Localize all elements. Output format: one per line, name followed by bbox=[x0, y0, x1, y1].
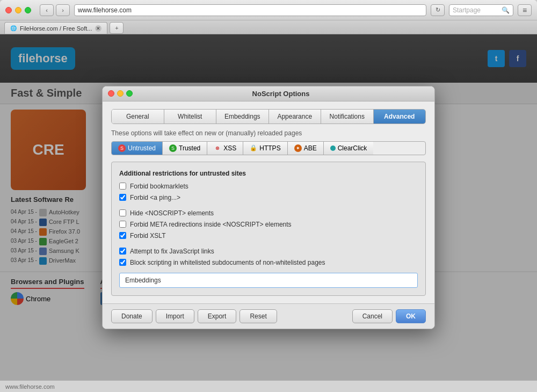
maximize-button[interactable] bbox=[25, 7, 31, 13]
tab-general[interactable]: General bbox=[112, 110, 164, 124]
footer-left-buttons: Donate Import Export Reset bbox=[111, 309, 277, 323]
address-bar[interactable]: www.filehorse.com bbox=[74, 4, 426, 16]
browser-titlebar: ‹ › www.filehorse.com ↻ Startpage 🔍 ≡ bbox=[0, 0, 537, 20]
checkbox-noscript-input[interactable] bbox=[119, 209, 126, 216]
inner-tab-untrusted[interactable]: S Untrusted bbox=[112, 142, 163, 155]
checkbox-meta-input[interactable] bbox=[119, 221, 126, 228]
untrusted-icon: S bbox=[118, 144, 126, 152]
browser-content: filehorse t f Fast & Simple CRE Latest bbox=[0, 34, 537, 380]
dialog-body: General Whitelist Embeddings Appearance … bbox=[103, 101, 434, 303]
search-icon: 🔍 bbox=[502, 6, 510, 14]
embeddings-bar[interactable]: Embeddings bbox=[119, 273, 418, 288]
inner-tab-trusted[interactable]: S Trusted bbox=[163, 142, 207, 155]
inner-tab-abe[interactable]: ✦ ABE bbox=[288, 142, 324, 155]
checkbox-noscript: Hide <NOSCRIPT> elements bbox=[119, 209, 418, 217]
new-tab-button[interactable]: + bbox=[110, 22, 124, 34]
checkbox-javascript-input[interactable] bbox=[119, 248, 126, 255]
menu-button[interactable]: ≡ bbox=[518, 4, 532, 16]
traffic-lights bbox=[5, 7, 31, 13]
donate-dialog-button[interactable]: Donate bbox=[111, 309, 153, 323]
checkbox-block-scripting-input[interactable] bbox=[119, 259, 126, 266]
import-button[interactable]: Import bbox=[156, 309, 194, 323]
noscript-dialog: NoScript Options General Whitelist Embed… bbox=[102, 86, 435, 329]
dialog-title: NoScript Options bbox=[133, 90, 429, 98]
dialog-titlebar: NoScript Options bbox=[103, 86, 434, 101]
options-tab-row: General Whitelist Embeddings Appearance … bbox=[111, 109, 426, 124]
tab-label: FileHorse.com / Free Soft... bbox=[20, 25, 92, 32]
refresh-button[interactable]: ↻ bbox=[431, 4, 445, 16]
reset-button[interactable]: Reset bbox=[240, 309, 277, 323]
ok-button[interactable]: OK bbox=[396, 309, 426, 323]
inner-tab-clearclick[interactable]: ClearClick bbox=[324, 142, 374, 155]
dialog-maximize-button[interactable] bbox=[126, 90, 133, 97]
info-text: These options will take effect on new or… bbox=[111, 129, 426, 137]
checkbox-ping: Forbid <a ping...> bbox=[119, 194, 418, 201]
checkbox-block-scripting: Block scripting in whitelisted subdocume… bbox=[119, 259, 418, 266]
search-text: Startpage bbox=[453, 6, 481, 14]
browser-window: ‹ › www.filehorse.com ↻ Startpage 🔍 ≡ 🌐 … bbox=[0, 0, 537, 392]
checkbox-meta: Forbid META redirections inside <NOSCRIP… bbox=[119, 221, 418, 228]
dialog-minimize-button[interactable] bbox=[117, 90, 124, 97]
checkbox-bookmarklets-input[interactable] bbox=[119, 183, 126, 190]
browser-tab[interactable]: 🌐 FileHorse.com / Free Soft... ✕ bbox=[4, 22, 107, 34]
browser-footer: www.filehorse.com bbox=[0, 380, 537, 392]
tab-notifications[interactable]: Notifications bbox=[321, 110, 374, 124]
inner-tab-https[interactable]: 🔒 HTTPS bbox=[243, 142, 287, 155]
abe-icon: ✦ bbox=[294, 144, 302, 152]
xss-icon: ⊗ bbox=[214, 144, 221, 152]
section-title: Additional restrictions for untrusted si… bbox=[119, 170, 418, 177]
checkbox-ping-input[interactable] bbox=[119, 194, 126, 201]
trusted-icon: S bbox=[169, 144, 177, 152]
export-button[interactable]: Export bbox=[198, 309, 237, 323]
tab-advanced[interactable]: Advanced bbox=[374, 110, 426, 124]
dialog-traffic-lights bbox=[108, 90, 133, 97]
inner-tab-xss[interactable]: ⊗ XSS bbox=[207, 142, 243, 155]
status-text: www.filehorse.com bbox=[5, 383, 55, 390]
checkbox-javascript: Attempt to fix JavaScript links bbox=[119, 248, 418, 255]
modal-overlay: NoScript Options General Whitelist Embed… bbox=[0, 34, 537, 380]
browser-nav: ‹ › bbox=[40, 4, 70, 16]
lock-icon: 🔒 bbox=[250, 144, 257, 151]
tab-bar: 🌐 FileHorse.com / Free Soft... ✕ + bbox=[0, 20, 537, 34]
address-text: www.filehorse.com bbox=[78, 6, 132, 14]
footer-right-buttons: Cancel OK bbox=[352, 309, 426, 323]
tab-favicon: 🌐 bbox=[10, 25, 17, 31]
close-button[interactable] bbox=[5, 7, 12, 13]
search-bar[interactable]: Startpage 🔍 bbox=[449, 4, 513, 16]
checkbox-xslt-input[interactable] bbox=[119, 232, 126, 239]
tab-embeddings[interactable]: Embeddings bbox=[216, 110, 269, 124]
content-panel: Additional restrictions for untrusted si… bbox=[111, 162, 426, 296]
forward-button[interactable]: › bbox=[56, 4, 70, 16]
cancel-button[interactable]: Cancel bbox=[352, 309, 393, 323]
minimize-button[interactable] bbox=[15, 7, 21, 13]
checkbox-xslt: Forbid XSLT bbox=[119, 232, 418, 239]
back-button[interactable]: ‹ bbox=[40, 4, 54, 16]
checkbox-bookmarklets: Forbid bookmarklets bbox=[119, 183, 418, 190]
tab-appearance[interactable]: Appearance bbox=[269, 110, 322, 124]
dialog-footer: Donate Import Export Reset Cancel OK bbox=[103, 303, 434, 329]
dialog-close-button[interactable] bbox=[108, 90, 114, 97]
tab-whitelist[interactable]: Whitelist bbox=[164, 110, 217, 124]
tab-close-button[interactable]: ✕ bbox=[95, 25, 101, 32]
clearclick-icon bbox=[330, 146, 336, 151]
inner-tab-row: S Untrusted S Trusted ⊗ XSS 🔒 bbox=[111, 141, 426, 155]
